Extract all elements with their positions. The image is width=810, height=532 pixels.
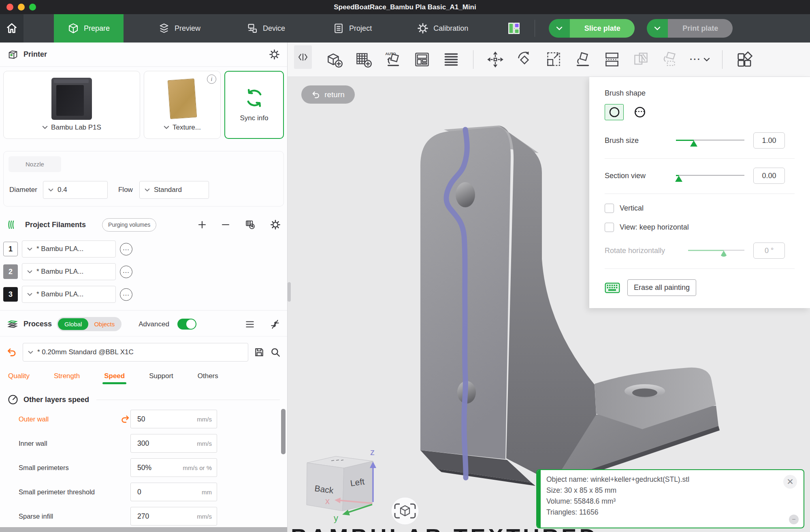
panel-splitter[interactable]	[288, 282, 291, 302]
viewport-toolbar: AUTO ···	[288, 43, 810, 77]
filament-select[interactable]: * Bambu PLA...	[22, 263, 116, 280]
sidebar-scrollbar[interactable]	[281, 409, 286, 454]
split-to-layers-icon[interactable]	[441, 50, 461, 69]
nozzle-tab[interactable]: Nozzle	[9, 156, 61, 172]
tab-strength[interactable]: Strength	[53, 370, 81, 383]
viewport-3d[interactable]: Back Left z x y	[288, 43, 810, 532]
split-to-objects-icon[interactable]	[602, 50, 622, 69]
arrange-icon[interactable]	[412, 50, 432, 69]
filament-edit-button[interactable]: ...	[120, 243, 132, 255]
tab-prepare[interactable]: Prepare	[54, 14, 124, 43]
nav-cube[interactable]: Back Left z x y	[307, 447, 376, 523]
filament-select[interactable]: * Bambu PLA...	[22, 286, 116, 303]
add-plate-icon[interactable]	[354, 50, 373, 69]
tab-preview[interactable]: Preview	[148, 14, 211, 43]
filament-swatch[interactable]: 1	[3, 242, 18, 256]
erase-all-painting-button[interactable]: Erase all painting	[627, 279, 696, 296]
zoom-window-button[interactable]	[29, 4, 36, 11]
lay-on-face-icon[interactable]	[573, 50, 593, 69]
plate-select[interactable]: Texture...	[164, 121, 201, 134]
brush-size-input[interactable]: 1.00	[753, 132, 785, 149]
setting-input[interactable]: 270 mm/s	[130, 507, 217, 526]
keep-horizontal-label: View: keep horizontal	[620, 223, 689, 232]
advanced-toggle[interactable]	[177, 319, 196, 330]
scale-icon[interactable]	[544, 50, 563, 69]
ams-sync-button[interactable]	[244, 219, 256, 230]
section-view-input[interactable]: 0.00	[753, 168, 785, 184]
scope-global[interactable]: Global	[58, 318, 88, 330]
vertical-checkbox[interactable]	[605, 204, 614, 213]
info-box-minimize-button[interactable]: −	[789, 515, 799, 524]
minimize-window-button[interactable]	[18, 4, 25, 11]
filament-edit-button[interactable]: ...	[120, 288, 132, 301]
filament-settings-button[interactable]	[270, 219, 281, 230]
return-button[interactable]: return	[301, 85, 355, 104]
speed-gauge-icon	[7, 394, 19, 405]
slice-plate-button[interactable]: Slice plate	[570, 19, 635, 38]
tab-quality[interactable]: Quality	[7, 370, 30, 383]
scope-objects[interactable]: Objects	[88, 321, 120, 328]
tab-speed[interactable]: Speed	[103, 370, 126, 383]
filament-swatch[interactable]: 3	[3, 287, 18, 302]
compare-presets-button[interactable]	[269, 319, 281, 330]
auto-orient-icon[interactable]: AUTO	[383, 50, 403, 69]
printer-card[interactable]: Bambu Lab P1S	[3, 71, 140, 139]
info-box-close-button[interactable]: ✕	[783, 475, 797, 489]
plate-card[interactable]: i Texture...	[144, 71, 221, 139]
filament-select[interactable]: * Bambu PLA...	[22, 240, 116, 257]
brush-shape-sphere-button[interactable]	[630, 104, 649, 120]
add-filament-button[interactable]	[197, 220, 207, 230]
collapse-sidebar-button[interactable]	[294, 45, 312, 69]
assembly-icon[interactable]	[735, 49, 755, 70]
more-tools-button[interactable]: ···	[690, 54, 710, 65]
rotate-horizontally-slider[interactable]	[688, 246, 744, 255]
setting-input[interactable]: 50% mm/s or %	[130, 458, 217, 477]
home-button[interactable]	[0, 14, 23, 43]
sync-info-button[interactable]: Sync info	[224, 71, 284, 139]
save-preset-button[interactable]	[254, 347, 264, 358]
tab-project[interactable]: Project	[322, 14, 382, 43]
setting-input[interactable]: 300 mm/s	[130, 434, 217, 453]
slice-options-button[interactable]	[549, 19, 570, 38]
reset-preset-icon[interactable]	[6, 347, 17, 358]
keep-horizontal-checkbox[interactable]	[605, 223, 614, 232]
view-all-settings-button[interactable]	[244, 319, 256, 330]
tab-device[interactable]: Device	[236, 14, 296, 43]
advanced-label: Advanced	[139, 320, 169, 328]
paint-tool-icon[interactable]	[661, 50, 680, 69]
plate-indicator[interactable]	[507, 14, 521, 43]
print-plate-button[interactable]: Print plate	[668, 19, 733, 38]
brush-size-slider[interactable]	[676, 136, 744, 145]
fit-view-button[interactable]	[391, 497, 419, 525]
rotate-horizontally-input[interactable]: 0 °	[753, 243, 785, 259]
brush-shape-circle-button[interactable]	[605, 104, 624, 120]
section-view-slider[interactable]	[676, 171, 744, 180]
setting-input[interactable]: 50 mm/s	[130, 410, 217, 428]
tab-calibration[interactable]: Calibration	[407, 14, 479, 43]
move-icon[interactable]	[486, 50, 505, 69]
print-options-button[interactable]	[647, 19, 668, 38]
setting-input[interactable]: 0 mm	[130, 483, 217, 501]
split-to-parts-icon[interactable]	[631, 50, 651, 69]
filament-edit-button[interactable]: ...	[120, 266, 132, 278]
reset-value-icon[interactable]	[120, 414, 130, 424]
tab-support[interactable]: Support	[148, 370, 174, 383]
plate-info-icon[interactable]: i	[207, 74, 216, 84]
tab-others[interactable]: Others	[197, 370, 219, 383]
sidebar-bottom-scrollbar[interactable]	[0, 527, 288, 532]
search-settings-button[interactable]	[270, 347, 281, 358]
gear-icon	[270, 219, 281, 230]
add-object-icon[interactable]	[325, 50, 344, 69]
printer-settings-button[interactable]	[269, 49, 280, 60]
nav-cube-left-label[interactable]: Left	[350, 477, 365, 488]
printer-select[interactable]: Bambu Lab P1S	[42, 121, 101, 134]
rotate-icon[interactable]	[515, 50, 534, 69]
close-window-button[interactable]	[6, 4, 13, 11]
diameter-select[interactable]: 0.4	[43, 181, 108, 199]
flow-select[interactable]: Standard	[139, 181, 209, 199]
setting-unit: mm/s	[197, 416, 212, 423]
filament-swatch[interactable]: 2	[3, 264, 18, 279]
process-preset-select[interactable]: * 0.20mm Standard @BBL X1C	[23, 343, 248, 362]
remove-filament-button[interactable]	[221, 220, 230, 230]
purging-volumes-button[interactable]: Purging volumes	[102, 218, 156, 232]
